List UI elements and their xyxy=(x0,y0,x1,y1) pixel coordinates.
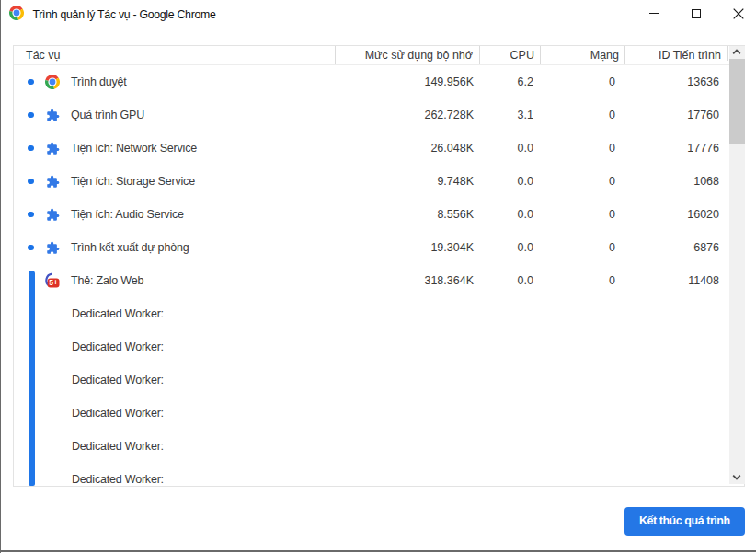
svg-text:5+: 5+ xyxy=(49,278,58,287)
